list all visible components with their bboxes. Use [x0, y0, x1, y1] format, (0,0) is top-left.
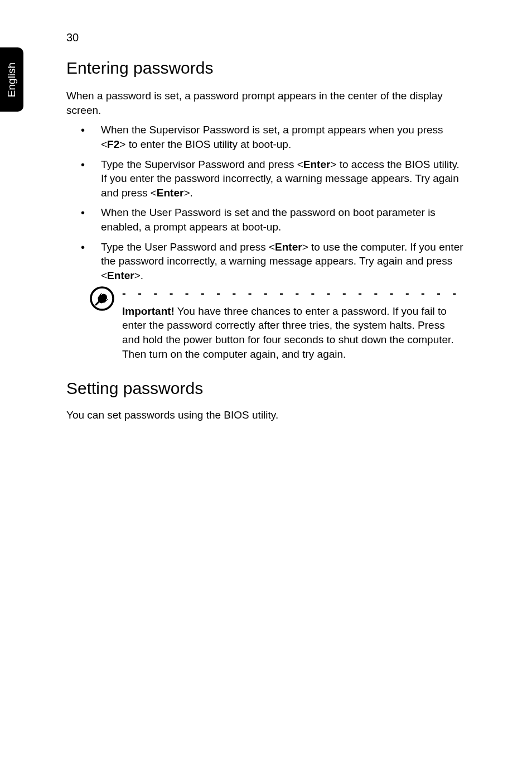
- bullet-item-1: When the Supervisor Password is set, a p…: [66, 123, 468, 151]
- key-enter: Enter: [107, 270, 134, 281]
- bullet-item-4: Type the User Password and press <Enter>…: [66, 240, 468, 283]
- bullet-text: > to enter the BIOS utility at boot-up.: [119, 138, 291, 150]
- bullet-item-2: Type the Supervisor Password and press <…: [66, 157, 468, 200]
- main-content: Entering passwords When a password is se…: [66, 59, 468, 422]
- svg-line-1: [96, 302, 99, 305]
- key-enter: Enter: [157, 187, 184, 199]
- key-enter: Enter: [275, 241, 302, 253]
- setting-passwords-body: You can set passwords using the BIOS uti…: [66, 408, 468, 422]
- important-label: Important!: [122, 305, 175, 317]
- intro-paragraph: When a password is set, a password promp…: [66, 89, 468, 117]
- page-number: 30: [66, 31, 79, 44]
- note-text: Important! You have three chances to ent…: [122, 304, 462, 362]
- bullet-text: When the User Password is set and the pa…: [101, 206, 436, 233]
- bullet-text: >.: [183, 187, 192, 199]
- language-tab-label: English: [6, 62, 18, 97]
- bullet-text: >.: [134, 270, 143, 281]
- key-enter: Enter: [303, 158, 331, 170]
- dashed-separator: - - - - - - - - - - - - - - - - - - - - …: [122, 286, 462, 301]
- bullet-text: Type the Supervisor Password and press <: [101, 158, 303, 170]
- heading-entering-passwords: Entering passwords: [66, 59, 468, 78]
- important-note: - - - - - - - - - - - - - - - - - - - - …: [66, 286, 468, 362]
- pin-icon: [90, 286, 114, 311]
- bullet-item-3: When the User Password is set and the pa…: [66, 205, 468, 234]
- key-f2: F2: [107, 138, 119, 150]
- bullet-list: When the Supervisor Password is set, a p…: [66, 123, 468, 282]
- heading-setting-passwords: Setting passwords: [66, 379, 468, 398]
- language-tab: English: [0, 47, 23, 112]
- bullet-text: Type the User Password and press <: [101, 241, 275, 253]
